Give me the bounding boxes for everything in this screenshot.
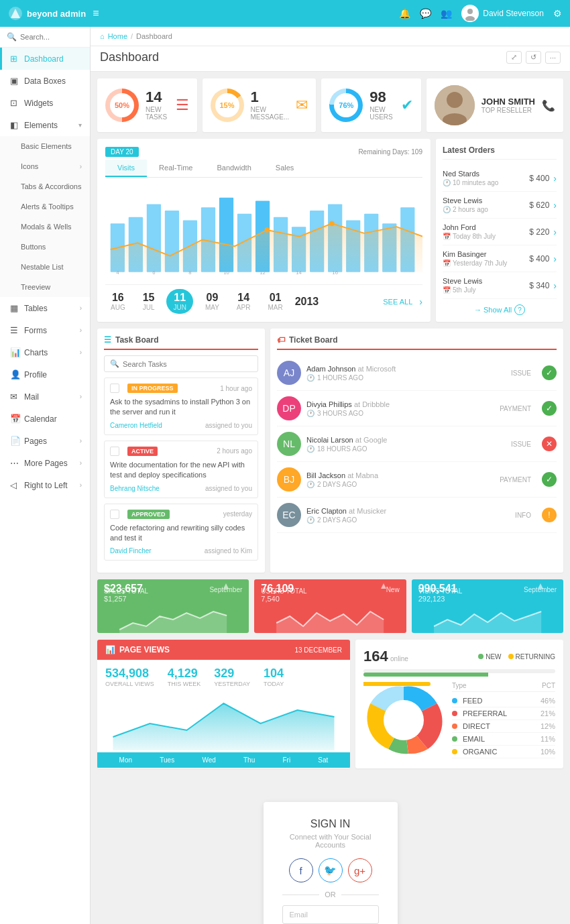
sidebar-item-more-pages[interactable]: ⋯ More Pages › [0, 452, 90, 474]
users-icon[interactable]: 👥 [441, 8, 452, 19]
sidebar-item-icons[interactable]: Icons › [0, 156, 90, 176]
sidebar-item-nestable[interactable]: Nestable List [0, 257, 90, 277]
donut-row-direct: DIRECT 12% [452, 720, 555, 733]
ticket-status-bill: ✓ [542, 472, 557, 487]
alert-icon[interactable]: 🔔 [399, 8, 410, 19]
sidebar-item-profile[interactable]: 👤 Profile [0, 363, 90, 386]
more-btn[interactable]: ··· [545, 52, 561, 64]
task-board-title: ☰ Task Board [104, 335, 258, 350]
main-content: ⌂ Home / Dashboard Dashboard ⤢ ↺ ··· [91, 27, 570, 924]
sidebar-item-elements[interactable]: ◧ Elements ▾ [0, 114, 90, 136]
latest-orders-card: Latest Orders Ned Stards 🕐 10 minutes ag… [436, 139, 563, 322]
ticket-avatar-nicolai: NL [277, 432, 301, 456]
task-checkbox-1[interactable] [110, 384, 119, 393]
breadcrumb-home[interactable]: Home [108, 32, 127, 40]
pv-stat-today: 104 TODAY [264, 667, 284, 687]
chart-date-apr[interactable]: 14 APR [231, 290, 256, 312]
pv-week-num: 4,129 [168, 667, 201, 681]
tab-sales[interactable]: Sales [264, 160, 306, 177]
sidebar-item-widgets[interactable]: ⊡ Widgets [0, 92, 90, 114]
task-checkbox-2[interactable] [110, 447, 119, 456]
sidebar-search-input[interactable] [20, 33, 83, 41]
chevron-right-icon2: › [80, 304, 82, 312]
sidebar-item-calendar[interactable]: 📅 Calendar [0, 408, 90, 430]
sidebar-item-alerts[interactable]: Alerts & Tooltips [0, 196, 90, 217]
user-menu[interactable]: David Stevenson [461, 5, 544, 22]
ticket-avatar-bill: BJ [277, 467, 301, 492]
sidebar-item-forms[interactable]: ☰ Forms › [0, 319, 90, 341]
elements-submenu: Basic Elements Icons › Tabs & Accordions… [0, 136, 90, 297]
order-arrow-steve[interactable]: › [553, 200, 557, 211]
task-assigned-2: assigned to you [205, 485, 252, 492]
order-meta-ned: 🕐 10 minutes ago [443, 179, 529, 186]
chart-date-mar[interactable]: 01 MAR [262, 290, 288, 312]
order-item-steve: Steve Lewis 🕐 2 hours ago $ 620 › [443, 192, 557, 219]
sidebar-item-modals[interactable]: Modals & Wells [0, 217, 90, 237]
order-meta-steve: 🕐 2 hours ago [443, 206, 529, 213]
forms-icon: ☰ [10, 325, 19, 335]
order-arrow-steve2[interactable]: › [553, 280, 557, 291]
breadcrumb-current: Dashboard [136, 32, 172, 40]
order-arrow-john[interactable]: › [553, 227, 557, 237]
nav-icon-group: 🔔 💬 👥 David Stevenson ⚙ [399, 5, 562, 22]
visits-chart-svg: 4 6 8 10 12 14 16 [105, 183, 422, 277]
chevron-right-icon8: › [80, 481, 82, 489]
chart-nav-arrow[interactable]: › [419, 296, 422, 307]
ticket-item-nicolai: NL Nicolai Larson at Google 🕐 18 HOURS A… [277, 426, 557, 462]
sidebar-item-buttons[interactable]: Buttons [0, 237, 90, 257]
expand-btn[interactable]: ⤢ [506, 51, 522, 64]
sidebar-item-charts[interactable]: 📊 Charts › [0, 341, 90, 363]
svg-marker-36 [381, 583, 386, 589]
task-text-3: Code refactoring and rewriting silly cod… [110, 523, 252, 544]
tab-bandwidth[interactable]: Bandwidth [205, 160, 263, 177]
pv-today-num: 104 [264, 667, 284, 681]
svg-text:8: 8 [188, 270, 191, 276]
google-plus-btn[interactable]: g+ [348, 858, 372, 882]
svg-text:4: 4 [116, 270, 119, 276]
sidebar-label-profile: Profile [24, 370, 47, 380]
sidebar-item-rtl[interactable]: ◁ Right to Left › [0, 474, 90, 496]
stat-circle-tasks: 50% [105, 89, 139, 122]
ticket-type-adam: ISSUE [506, 369, 536, 377]
donut-table-header: Type PCT [452, 682, 555, 692]
svg-point-5 [447, 92, 463, 108]
task-checkbox-3[interactable] [110, 510, 119, 519]
chart-date-may[interactable]: 09 MAY [200, 290, 225, 312]
chart-date-aug[interactable]: 16 AUG [105, 290, 131, 312]
order-arrow-kim[interactable]: › [553, 253, 557, 264]
app-logo[interactable]: beyond admin [8, 6, 86, 21]
chart-date-jul[interactable]: 15 JUL [137, 290, 160, 312]
chevron-right-icon3: › [80, 327, 82, 334]
refresh-btn[interactable]: ↺ [526, 51, 541, 64]
sidebar-item-mail[interactable]: ✉ Mail › [0, 386, 90, 408]
chart-see-all[interactable]: SEE ALL [383, 298, 412, 306]
user-avatar [461, 5, 479, 22]
settings-icon[interactable]: ⚙ [553, 8, 562, 19]
sidebar-item-tabs[interactable]: Tabs & Accordions [0, 176, 90, 196]
ticket-type-eric: INFO [510, 512, 536, 519]
show-all-link[interactable]: → Show All ? [443, 304, 557, 315]
task-time-2: 2 hours ago [217, 447, 252, 455]
email-input[interactable] [282, 905, 379, 924]
task-search-input[interactable] [123, 360, 252, 368]
hamburger-menu[interactable]: ≡ [93, 7, 99, 19]
task-search: 🔍 [104, 355, 258, 372]
mini-stat-arrow-sales [223, 583, 229, 589]
chat-icon[interactable]: 💬 [420, 8, 431, 19]
chevron-right-icon4: › [80, 349, 82, 356]
sidebar-item-data-boxes[interactable]: ▣ Data Boxes [0, 70, 90, 92]
sidebar-item-tables[interactable]: ▦ Tables › [0, 297, 90, 319]
divider-left [282, 894, 320, 895]
tab-visits[interactable]: Visits [105, 160, 147, 177]
sidebar-item-treeview[interactable]: Treeview [0, 277, 90, 297]
sidebar-item-pages[interactable]: 📄 Pages › [0, 430, 90, 452]
chart-date-jun[interactable]: 11 JUN [166, 289, 192, 314]
sidebar-item-dashboard[interactable]: ⊞ Dashboard [0, 48, 90, 70]
order-arrow-ned[interactable]: › [553, 173, 557, 184]
tab-realtime[interactable]: Real-Time [147, 160, 205, 177]
task-author-1: Cameron Hetfield [110, 422, 162, 429]
calendar-icon: 📅 [10, 414, 19, 424]
facebook-btn[interactable]: f [289, 858, 313, 882]
sidebar-item-basic-elements[interactable]: Basic Elements [0, 136, 90, 156]
twitter-btn[interactable]: 🐦 [319, 858, 343, 882]
